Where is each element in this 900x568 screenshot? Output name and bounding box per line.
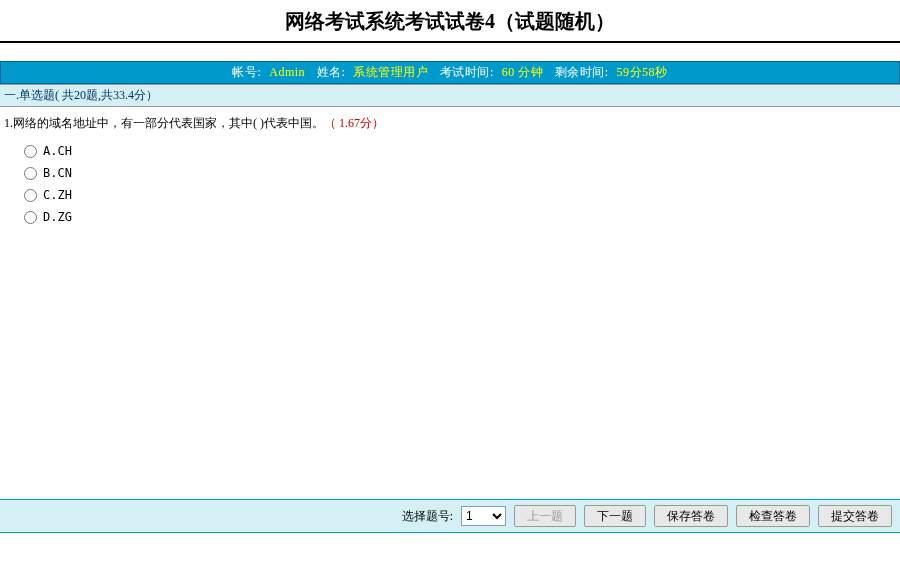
option-radio-a[interactable]: [24, 145, 37, 158]
question-number: 1.: [4, 116, 13, 130]
option-radio-c[interactable]: [24, 189, 37, 202]
remaining-label: 剩余时间:: [555, 65, 609, 79]
page-header: 网络考试系统考试试卷4（试题随机）: [0, 0, 900, 43]
question-body: 网络的域名地址中，有一部分代表国家，其中( )代表中国。: [13, 116, 324, 130]
option-row[interactable]: C.ZH: [24, 186, 896, 204]
prev-question-button[interactable]: 上一题: [514, 505, 576, 527]
page-title: 网络考试系统考试试卷4（试题随机）: [0, 8, 900, 35]
name-label: 姓名:: [317, 65, 346, 79]
question-points: （ 1.67分）: [324, 116, 384, 130]
option-row[interactable]: B.CN: [24, 164, 896, 182]
option-label: A.CH: [43, 144, 72, 158]
question-area: 1.网络的域名地址中，有一部分代表国家，其中( )代表中国。（ 1.67分） A…: [0, 107, 900, 234]
info-bar: 帐号:Admin 姓名:系统管理用户 考试时间:60 分钟 剩余时间:59分58…: [0, 61, 900, 84]
option-row[interactable]: A.CH: [24, 142, 896, 160]
select-question-label: 选择题号:: [402, 508, 453, 525]
account-label: 帐号:: [232, 65, 261, 79]
option-radio-b[interactable]: [24, 167, 37, 180]
name-value: 系统管理用户: [353, 65, 428, 79]
footer-bar: 选择题号: 1 上一题 下一题 保存答卷 检查答卷 提交答卷: [0, 499, 900, 533]
option-radio-d[interactable]: [24, 211, 37, 224]
spacer: [0, 43, 900, 61]
exam-time-value: 60 分钟: [502, 65, 544, 79]
option-label: C.ZH: [43, 188, 72, 202]
save-answer-button[interactable]: 保存答卷: [654, 505, 728, 527]
question-text: 1.网络的域名地址中，有一部分代表国家，其中( )代表中国。（ 1.67分）: [4, 115, 896, 132]
submit-answer-button[interactable]: 提交答卷: [818, 505, 892, 527]
remaining-value: 59分58秒: [617, 65, 668, 79]
check-answer-button[interactable]: 检查答卷: [736, 505, 810, 527]
options-list: A.CH B.CN C.ZH D.ZG: [4, 142, 896, 226]
question-number-select[interactable]: 1: [461, 506, 506, 526]
option-row[interactable]: D.ZG: [24, 208, 896, 226]
next-question-button[interactable]: 下一题: [584, 505, 646, 527]
option-label: D.ZG: [43, 210, 72, 224]
exam-time-label: 考试时间:: [440, 65, 494, 79]
account-value: Admin: [269, 65, 305, 79]
section-header: 一.单选题( 共20题,共33.4分）: [0, 84, 900, 107]
option-label: B.CN: [43, 166, 72, 180]
